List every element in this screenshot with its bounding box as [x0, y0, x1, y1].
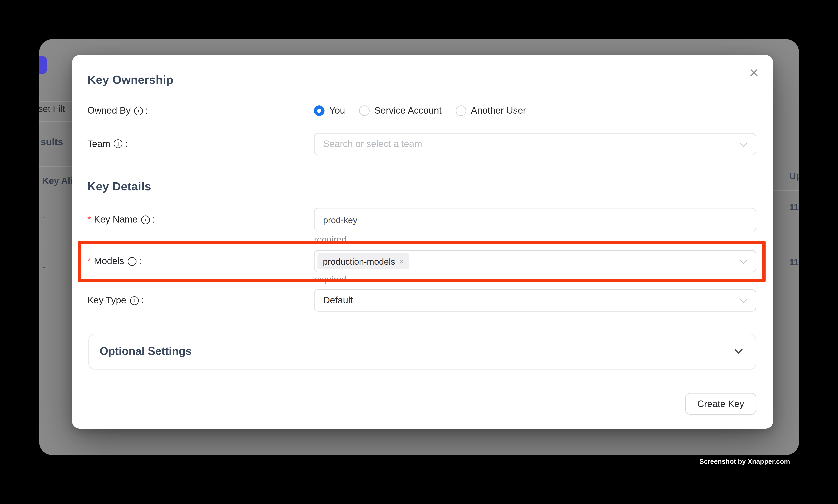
- watermark-text: Screenshot by Xnapper.com: [699, 458, 790, 465]
- label-colon: :: [141, 295, 143, 306]
- models-validation-message: required: [314, 274, 346, 286]
- optional-settings-title: Optional Settings: [100, 345, 192, 358]
- owned-by-label-text: Owned By: [88, 106, 131, 116]
- divider: [773, 286, 799, 286]
- results-count-partial: sults: [41, 136, 63, 147]
- team-label: Team i :: [88, 138, 128, 150]
- label-colon: :: [145, 106, 148, 116]
- info-icon[interactable]: i: [141, 215, 150, 224]
- chevron-down-icon: [739, 139, 747, 147]
- column-header-updated-partial: Up: [789, 171, 799, 181]
- radio-label-service-account: Service Account: [374, 106, 442, 116]
- radio-unselected-icon[interactable]: [456, 106, 466, 116]
- table-cell-date-partial: 11/: [789, 257, 799, 267]
- radio-option-another-user[interactable]: Another User: [456, 106, 526, 116]
- key-name-input[interactable]: prod-key: [314, 208, 756, 232]
- close-icon[interactable]: ✕: [749, 67, 759, 79]
- models-label: * Models i :: [88, 255, 142, 268]
- models-multiselect[interactable]: production-models ×: [314, 250, 756, 272]
- required-asterisk: *: [88, 215, 91, 225]
- label-colon: :: [139, 256, 141, 267]
- chevron-down-icon: [734, 346, 743, 354]
- key-name-validation-message: required: [314, 234, 346, 246]
- section-title-key-details: Key Details: [88, 180, 151, 194]
- section-title-key-ownership: Key Ownership: [88, 73, 174, 87]
- key-name-label: * Key Name i :: [88, 213, 155, 226]
- divider: [773, 242, 799, 242]
- key-name-value: prod-key: [323, 215, 357, 225]
- radio-selected-icon[interactable]: [314, 106, 325, 116]
- key-type-label: Key Type i :: [88, 294, 144, 307]
- create-key-button[interactable]: Create Key: [685, 393, 756, 415]
- team-select[interactable]: Search or select a team: [314, 133, 756, 155]
- divider: [39, 101, 74, 102]
- info-icon[interactable]: i: [134, 106, 143, 115]
- radio-label-you: You: [329, 106, 345, 116]
- tag-remove-icon[interactable]: ×: [399, 257, 404, 266]
- radio-option-you[interactable]: You: [314, 106, 345, 116]
- chevron-down-icon: [739, 256, 747, 264]
- required-asterisk: *: [88, 256, 91, 267]
- divider: [39, 286, 74, 286]
- radio-label-another-user: Another User: [471, 106, 526, 116]
- create-key-modal: Key Ownership ✕ Owned By i : You Service…: [72, 55, 773, 429]
- key-name-label-text: Key Name: [94, 215, 138, 225]
- info-icon[interactable]: i: [130, 296, 139, 305]
- team-label-text: Team: [88, 139, 110, 149]
- info-icon[interactable]: i: [128, 257, 137, 266]
- table-cell-dash: -: [42, 262, 45, 271]
- divider: [39, 121, 74, 122]
- info-icon[interactable]: i: [114, 140, 123, 148]
- owned-by-radio-group: You Service Account Another User: [314, 104, 526, 117]
- optional-settings-collapse[interactable]: Optional Settings: [88, 334, 756, 370]
- divider: [39, 166, 74, 167]
- divider: [773, 190, 799, 191]
- table-cell-date-partial: 11/: [789, 202, 799, 212]
- chevron-down-icon: [739, 295, 747, 303]
- key-type-select[interactable]: Default: [314, 289, 756, 311]
- team-select-placeholder: Search or select a team: [323, 139, 422, 149]
- label-colon: :: [152, 215, 155, 225]
- key-type-label-text: Key Type: [88, 295, 126, 306]
- selected-model-tag-label: production-models: [323, 256, 395, 266]
- radio-unselected-icon[interactable]: [359, 106, 370, 116]
- key-type-value: Default: [323, 295, 353, 306]
- reset-filters-button-partial[interactable]: eset Filt: [39, 104, 65, 114]
- owned-by-label: Owned By i :: [88, 104, 148, 117]
- table-cell-dash: -: [42, 212, 45, 222]
- background-primary-button-fragment[interactable]: [39, 56, 47, 74]
- divider: [39, 242, 74, 242]
- label-colon: :: [125, 139, 127, 149]
- screenshot-stage: eset Filt sults Key Alia - - Up 11/ 11/ …: [0, 0, 838, 504]
- radio-option-service-account[interactable]: Service Account: [359, 106, 442, 116]
- models-label-text: Models: [94, 256, 124, 267]
- selected-model-tag: production-models ×: [318, 253, 409, 270]
